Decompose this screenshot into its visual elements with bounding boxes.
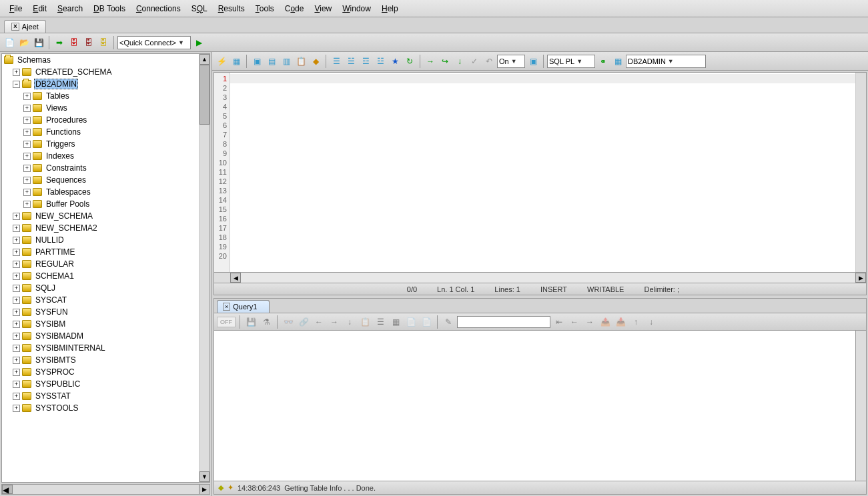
glasses-icon[interactable]: 👓: [282, 315, 295, 329]
wand-icon[interactable]: ✎: [442, 315, 455, 329]
expand-icon[interactable]: +: [23, 93, 31, 100]
scroll-right-icon[interactable]: ▶: [855, 273, 866, 283]
exec3-icon[interactable]: ▥: [280, 55, 293, 68]
grid-icon[interactable]: ▦: [230, 55, 243, 68]
tree-item[interactable]: +NEW_SCHEMA2: [2, 222, 209, 234]
tree-item[interactable]: +SYSIBMTS: [2, 354, 209, 366]
tree-item[interactable]: +Indexes: [2, 150, 209, 162]
expand-icon[interactable]: +: [13, 405, 20, 412]
fwd-icon[interactable]: →: [328, 315, 341, 329]
tree-item[interactable]: +NEW_SCHEMA: [2, 210, 209, 222]
expand-icon[interactable]: +: [13, 357, 20, 364]
quick-connect-combo[interactable]: <Quick Connect>▼: [117, 36, 191, 49]
arrow-redo-icon[interactable]: ↪: [438, 55, 452, 68]
arrow-down-icon[interactable]: ↓: [453, 55, 466, 68]
doc2-icon[interactable]: 📄: [420, 315, 433, 329]
tree-item[interactable]: +Buffer Pools: [2, 198, 209, 210]
code-area[interactable]: [230, 73, 866, 272]
down2-icon[interactable]: ↓: [644, 315, 658, 329]
expand-icon[interactable]: +: [13, 369, 20, 376]
schema-combo[interactable]: DB2ADMIN▼: [626, 55, 706, 68]
expand-icon[interactable]: +: [23, 165, 31, 172]
menu-code[interactable]: Code: [280, 1, 310, 16]
menu-tools[interactable]: Tools: [250, 1, 280, 16]
expand-icon[interactable]: +: [23, 177, 31, 184]
expand-icon[interactable]: +: [13, 309, 20, 316]
arrow-right-icon[interactable]: →: [424, 55, 437, 68]
export-icon[interactable]: 📤: [598, 315, 612, 329]
exec2-icon[interactable]: ▤: [265, 55, 278, 68]
results-grid[interactable]: [214, 331, 866, 481]
tree-root[interactable]: Schemas: [2, 54, 209, 66]
on-combo[interactable]: On▼: [497, 55, 525, 68]
scroll-down-icon[interactable]: ▼: [199, 471, 209, 482]
results-tab-query1[interactable]: × Query1: [217, 300, 270, 313]
tree-item[interactable]: +SYSCAT: [2, 294, 209, 306]
close-icon[interactable]: ×: [223, 303, 230, 311]
tree-item[interactable]: +SYSPUBLIC: [2, 378, 209, 390]
tree-item[interactable]: +Constraints: [2, 162, 209, 174]
format2-icon[interactable]: ☱: [344, 55, 358, 68]
expand-icon[interactable]: +: [13, 393, 20, 400]
scroll-right-icon[interactable]: ▶: [199, 485, 209, 494]
scroll-left-icon[interactable]: ◀: [230, 273, 241, 283]
format3-icon[interactable]: ☲: [359, 55, 372, 68]
refresh-icon[interactable]: ↻: [403, 55, 416, 68]
list-icon[interactable]: ☰: [374, 315, 387, 329]
expand-icon[interactable]: +: [13, 297, 20, 304]
format4-icon[interactable]: ☳: [374, 55, 387, 68]
off-toggle[interactable]: OFF: [217, 317, 236, 327]
menu-edit[interactable]: Edit: [27, 1, 52, 16]
sqlpl-combo[interactable]: SQL PL▼: [547, 55, 595, 68]
scroll-thumb[interactable]: [199, 65, 209, 125]
collapse-icon[interactable]: −: [13, 81, 20, 88]
menu-results[interactable]: Results: [213, 1, 250, 16]
tree-item[interactable]: +PARTTIME: [2, 246, 209, 258]
connect-icon[interactable]: ➡: [53, 36, 66, 49]
tree-item[interactable]: +Views: [2, 102, 209, 114]
expand-icon[interactable]: +: [23, 189, 31, 196]
editor-vscroll[interactable]: [855, 73, 866, 272]
expand-icon[interactable]: +: [23, 201, 31, 208]
tree-item-created-schema[interactable]: + CREATED_SCHEMA: [2, 66, 209, 78]
expand-icon[interactable]: +: [23, 117, 31, 124]
menu-connections[interactable]: Connections: [131, 1, 186, 16]
expand-icon[interactable]: +: [13, 225, 20, 232]
grid2-icon[interactable]: ▦: [611, 55, 624, 68]
copy2-icon[interactable]: 📋: [358, 315, 372, 329]
expand-icon[interactable]: +: [13, 381, 20, 388]
menu-search[interactable]: Search: [52, 1, 88, 16]
tree-item[interactable]: +REGULAR: [2, 258, 209, 270]
expand-icon[interactable]: +: [13, 213, 20, 220]
play-icon[interactable]: ▶: [192, 36, 205, 49]
paste-icon[interactable]: ◆: [309, 55, 322, 68]
lightning-icon[interactable]: ⚡: [215, 55, 228, 68]
expand-icon[interactable]: +: [23, 141, 31, 148]
sql-editor[interactable]: 1234567891011121314151617181920: [214, 73, 866, 272]
tree-item[interactable]: +SYSSTAT: [2, 390, 209, 402]
grid3-icon[interactable]: ▦: [389, 315, 402, 329]
schema-tree[interactable]: Schemas + CREATED_SCHEMA − DB2ADMIN +Tab…: [1, 53, 210, 483]
sidebar-hscroll[interactable]: ◀ ▶: [1, 484, 210, 495]
back-icon[interactable]: ←: [312, 315, 326, 329]
down-icon[interactable]: ↓: [343, 315, 356, 329]
doc1-icon[interactable]: 📄: [404, 315, 418, 329]
expand-icon[interactable]: +: [13, 285, 20, 292]
copy-icon[interactable]: 📋: [294, 55, 308, 68]
expand-icon[interactable]: +: [23, 153, 31, 160]
menu-file[interactable]: File: [4, 1, 27, 16]
expand-icon[interactable]: +: [13, 345, 20, 352]
db-red-icon[interactable]: 🗄: [67, 36, 81, 49]
tree-item[interactable]: +SYSFUN: [2, 306, 209, 318]
tree-item[interactable]: +Procedures: [2, 114, 209, 126]
expand-icon[interactable]: +: [23, 129, 31, 136]
tree-item[interactable]: +SYSPROC: [2, 366, 209, 378]
undo-icon[interactable]: ↶: [482, 55, 496, 68]
connection-tab-ajeet[interactable]: × Ajeet: [4, 20, 46, 33]
open-folder-icon[interactable]: 📂: [17, 36, 31, 49]
up2-icon[interactable]: ↑: [629, 315, 642, 329]
tree-item[interactable]: +Tablespaces: [2, 186, 209, 198]
scroll-left-icon[interactable]: ◀: [2, 485, 13, 494]
tree-item[interactable]: +SYSTOOLS: [2, 402, 209, 414]
exec-icon[interactable]: ▣: [250, 55, 264, 68]
